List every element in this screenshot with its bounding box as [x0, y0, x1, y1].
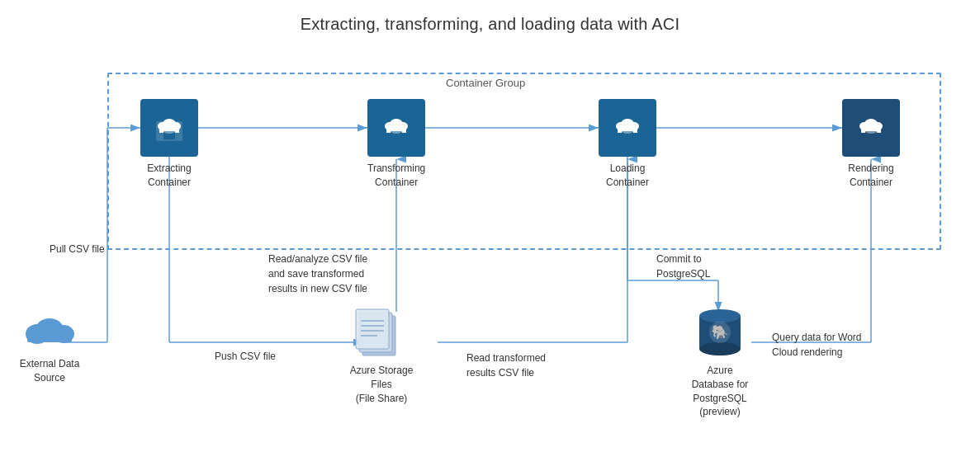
- loading-container-group: LoadingContainer: [599, 99, 656, 190]
- database-label: Azure Database forPostgreSQL(preview): [687, 364, 753, 419]
- external-source-label: External Data Source: [17, 357, 83, 385]
- database-group: 🐘 Azure Database forPostgreSQL(preview): [687, 301, 753, 419]
- svg-point-64: [699, 342, 741, 355]
- svg-point-44: [622, 129, 633, 134]
- container-icon-3: [609, 110, 646, 146]
- push-csv-label: Push CSV file: [215, 351, 276, 362]
- external-data-source: External Data Source: [17, 309, 83, 385]
- commit-postgres-label: Commit toPostgreSQL: [656, 252, 710, 281]
- extracting-container-icon: [140, 99, 198, 157]
- read-transformed-label: Read transformedresults CSV file: [466, 351, 546, 380]
- extracting-container-label: ExtractingContainer: [140, 162, 198, 190]
- extracting-container-group: ExtractingContainer: [140, 99, 198, 190]
- transforming-container-group: TransformingContainer: [367, 99, 425, 190]
- rendering-container-label: RenderingContainer: [842, 162, 900, 190]
- svg-point-63: [699, 309, 741, 322]
- read-analyze-label: Read/analyze CSV fileand save transforme…: [268, 252, 367, 296]
- rendering-container-group: RenderingContainer: [842, 99, 900, 190]
- diagram-container: Extracting, transforming, and loading da…: [0, 0, 980, 466]
- svg-point-52: [865, 129, 877, 134]
- loading-container-icon: [599, 99, 656, 157]
- container-group-box: [107, 73, 941, 250]
- rendering-container-icon: [842, 99, 900, 157]
- pull-csv-label: Pull CSV file: [50, 243, 105, 255]
- container-icon-2: [378, 110, 414, 146]
- database-icon: 🐘: [691, 301, 749, 359]
- svg-point-36: [391, 129, 402, 134]
- container-icon-4: [853, 110, 889, 146]
- storage-files-label: Azure Storage Files(File Share): [348, 364, 414, 405]
- loading-container-label: LoadingContainer: [599, 162, 656, 190]
- transforming-container-icon: [367, 99, 425, 157]
- svg-rect-21: [27, 332, 72, 342]
- transforming-container-label: TransformingContainer: [367, 162, 425, 190]
- cloud-icon: [21, 309, 78, 351]
- storage-files-group: Azure Storage Files(File Share): [348, 301, 414, 405]
- storage-files-icon: [353, 301, 410, 359]
- svg-rect-57: [356, 309, 389, 349]
- query-data-label: Query data for WordCloud rendering: [772, 330, 862, 360]
- svg-text:🐘: 🐘: [712, 324, 728, 340]
- container-icon: [151, 110, 187, 146]
- svg-point-28: [163, 129, 175, 134]
- container-group-label: Container Group: [446, 77, 525, 89]
- page-title: Extracting, transforming, and loading da…: [0, 0, 980, 34]
